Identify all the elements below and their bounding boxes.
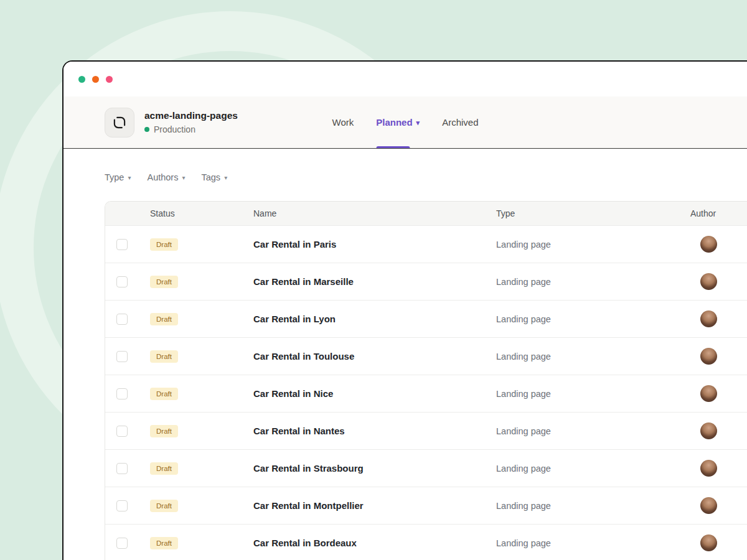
table-body: Draft Car Rental in Paris Landing page D…	[105, 225, 747, 560]
tab-archived-label: Archived	[442, 117, 478, 128]
author-avatar[interactable]	[700, 236, 717, 253]
author-cell	[689, 497, 747, 514]
column-status: Status	[149, 208, 253, 218]
filter-authors-label: Authors	[147, 172, 178, 182]
document-type: Landing page	[496, 314, 689, 324]
tab-archived[interactable]: Archived	[442, 96, 478, 148]
document-type: Landing page	[496, 501, 689, 511]
table-row[interactable]: Draft Car Rental in Bordeaux Landing pag…	[105, 524, 747, 560]
status-badge: Draft	[150, 462, 178, 475]
author-avatar[interactable]	[700, 460, 717, 477]
status-badge: Draft	[150, 388, 178, 400]
repository-meta: acme-landing-pages Production	[144, 110, 238, 134]
environment[interactable]: Production	[144, 124, 238, 134]
traffic-light-pink[interactable]	[106, 76, 113, 83]
document-type: Landing page	[496, 352, 689, 362]
author-avatar[interactable]	[700, 422, 717, 439]
filter-tags-label: Tags	[201, 172, 220, 182]
table-row[interactable]: Draft Car Rental in Marseille Landing pa…	[105, 263, 747, 300]
author-cell	[689, 236, 747, 253]
document-name[interactable]: Car Rental in Strasbourg	[253, 463, 496, 474]
filter-bar: Type ▾ Authors ▾ Tags ▾	[105, 172, 747, 182]
row-checkbox[interactable]	[116, 388, 128, 399]
table-row[interactable]: Draft Car Rental in Nice Landing page	[105, 375, 747, 412]
document-name[interactable]: Car Rental in Bordeaux	[253, 538, 496, 548]
status-cell: Draft	[149, 313, 253, 325]
table-header-row: Status Name Type Author	[105, 202, 747, 225]
author-avatar[interactable]	[700, 534, 717, 551]
tab-planned[interactable]: Planned ▾	[376, 96, 420, 148]
filter-authors[interactable]: Authors ▾	[147, 172, 185, 182]
status-cell: Draft	[149, 350, 253, 363]
document-name[interactable]: Car Rental in Lyon	[253, 314, 496, 324]
header-tabs: Work Planned ▾ Archived	[332, 96, 479, 148]
column-type: Type	[496, 208, 689, 218]
document-type: Landing page	[496, 464, 689, 474]
row-checkbox[interactable]	[116, 500, 128, 511]
chevron-down-icon: ▾	[128, 174, 131, 181]
author-cell	[689, 534, 747, 551]
row-checkbox[interactable]	[116, 426, 128, 437]
tab-planned-label: Planned	[376, 117, 412, 128]
row-checkbox[interactable]	[116, 463, 128, 474]
table-row[interactable]: Draft Car Rental in Montpellier Landing …	[105, 487, 747, 524]
row-checkbox[interactable]	[116, 239, 128, 250]
status-badge: Draft	[150, 425, 178, 437]
app-window: acme-landing-pages Production Work Plann…	[62, 60, 747, 560]
column-name: Name	[253, 208, 496, 218]
window-titlebar	[63, 62, 747, 96]
author-cell	[689, 348, 747, 365]
chevron-down-icon: ▾	[416, 119, 420, 126]
author-avatar[interactable]	[700, 273, 717, 290]
row-checkbox[interactable]	[116, 351, 128, 362]
status-badge: Draft	[150, 537, 178, 549]
table-row[interactable]: Draft Car Rental in Lyon Landing page	[105, 300, 747, 337]
status-cell: Draft	[149, 276, 253, 288]
environment-status-dot	[144, 127, 149, 132]
filter-type-label: Type	[105, 172, 124, 182]
checkbox-cell	[105, 463, 149, 474]
status-cell: Draft	[149, 462, 253, 475]
author-cell	[689, 460, 747, 477]
document-type: Landing page	[496, 240, 689, 250]
status-cell: Draft	[149, 388, 253, 400]
status-cell: Draft	[149, 238, 253, 251]
tab-work[interactable]: Work	[332, 96, 354, 148]
document-name[interactable]: Car Rental in Paris	[253, 239, 496, 250]
table-row[interactable]: Draft Car Rental in Paris Landing page	[105, 225, 747, 263]
author-avatar[interactable]	[700, 497, 717, 514]
document-name[interactable]: Car Rental in Nantes	[253, 426, 496, 436]
row-checkbox[interactable]	[116, 276, 128, 287]
traffic-light-green[interactable]	[78, 76, 85, 83]
documents-table: Status Name Type Author Draft Car Rental…	[105, 201, 747, 560]
author-cell	[689, 422, 747, 439]
document-type: Landing page	[496, 426, 689, 436]
document-name[interactable]: Car Rental in Montpellier	[253, 500, 496, 511]
author-cell	[689, 385, 747, 402]
status-badge: Draft	[150, 276, 178, 288]
row-checkbox[interactable]	[116, 314, 128, 325]
row-checkbox[interactable]	[116, 538, 128, 549]
status-cell: Draft	[149, 537, 253, 549]
document-name[interactable]: Car Rental in Marseille	[253, 276, 496, 287]
table-row[interactable]: Draft Car Rental in Nantes Landing page	[105, 412, 747, 449]
checkbox-cell	[105, 351, 149, 362]
document-name[interactable]: Car Rental in Toulouse	[253, 351, 496, 362]
checkbox-cell	[105, 239, 149, 250]
checkbox-cell	[105, 314, 149, 325]
document-name[interactable]: Car Rental in Nice	[253, 388, 496, 399]
status-cell: Draft	[149, 500, 253, 512]
document-type: Landing page	[496, 538, 689, 548]
checkbox-cell	[105, 538, 149, 549]
filter-type[interactable]: Type ▾	[105, 172, 131, 182]
main-content: Type ▾ Authors ▾ Tags ▾ Status Name Type…	[63, 149, 747, 560]
author-avatar[interactable]	[700, 348, 717, 365]
document-type: Landing page	[496, 389, 689, 399]
table-row[interactable]: Draft Car Rental in Toulouse Landing pag…	[105, 337, 747, 375]
author-avatar[interactable]	[700, 310, 717, 327]
status-badge: Draft	[150, 500, 178, 512]
filter-tags[interactable]: Tags ▾	[201, 172, 227, 182]
author-avatar[interactable]	[700, 385, 717, 402]
table-row[interactable]: Draft Car Rental in Strasbourg Landing p…	[105, 449, 747, 487]
traffic-light-orange[interactable]	[92, 76, 99, 83]
